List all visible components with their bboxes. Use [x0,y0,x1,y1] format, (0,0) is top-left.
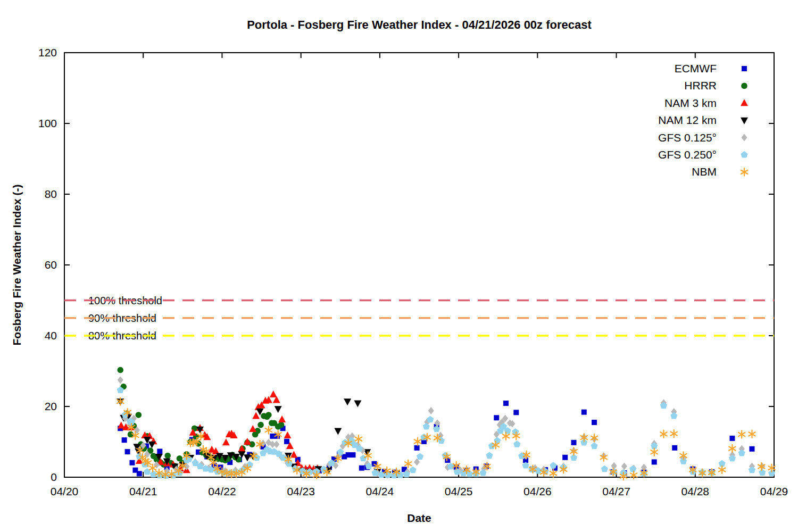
fire-weather-index-chart: 04/2004/2104/2204/2304/2404/2504/2604/27… [0,0,798,532]
legend-label-nam3: NAM 3 km [664,97,717,109]
legend-marker-hrrr [741,83,747,89]
legend-label-nbm: NBM [692,165,717,178]
x-tick-label: 04/26 [523,485,552,497]
x-tick-label: 04/24 [366,485,394,497]
x-tick-label: 04/23 [287,485,315,497]
y-tick-label: 60 [45,259,57,271]
y-tick-label: 80 [45,188,57,200]
x-tick-label: 04/28 [681,485,709,497]
y-tick-label: 0 [51,471,57,483]
legend-label-nam12: NAM 12 km [658,114,717,126]
x-tick-label: 04/20 [51,485,79,497]
plot-svg: 04/2004/2104/2204/2304/2404/2504/2604/27… [0,0,798,532]
y-axis-title: Fosberg Fire Weather Index (-) [11,185,23,346]
y-tick-label: 20 [45,400,57,412]
y-tick-label: 100 [38,117,57,129]
legend-label-gfs0250: GFS 0.250° [658,148,717,161]
legend-marker-ecmwf [742,66,747,71]
x-tick-label: 04/21 [129,485,157,497]
x-tick-label: 04/22 [208,485,236,497]
legend-label-hrrr: HRRR [684,79,717,92]
x-axis-title: Date [64,512,774,525]
y-tick-label: 120 [38,46,57,59]
x-tick-label: 04/29 [760,485,788,497]
x-tick-label: 04/25 [445,485,473,497]
y-tick-label: 40 [45,329,57,342]
x-tick-label: 04/27 [602,485,630,497]
legend-label-gfs0125: GFS 0.125° [658,131,717,144]
chart-title: Portola - Fosberg Fire Weather Index - 0… [64,18,774,32]
legend-label-ecmwf: ECMWF [675,62,717,74]
chart-background [0,0,798,532]
